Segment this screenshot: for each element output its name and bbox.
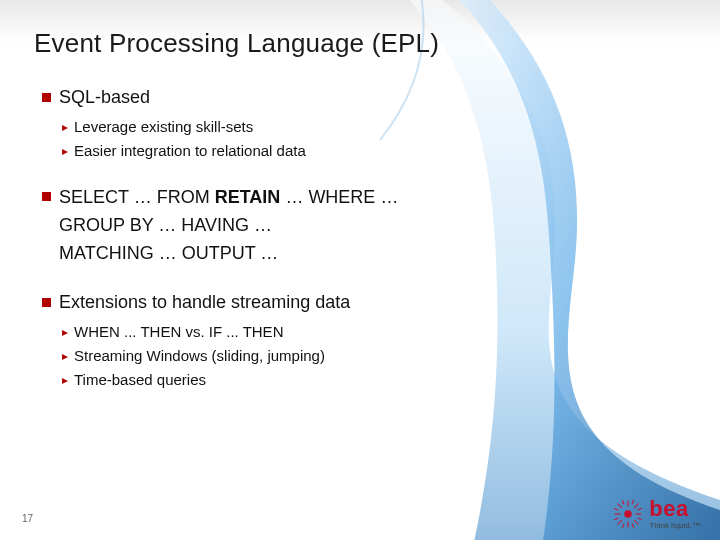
arrow-icon: ▸ [62,118,68,136]
arrow-icon: ▸ [62,371,68,389]
bullet-icon [42,192,51,201]
sub-bullet-text: Easier integration to relational data [74,142,306,159]
sub-bullet-text: Time-based queries [74,371,206,388]
bullet-icon [42,93,51,102]
sub-bullet: ▸ WHEN ... THEN vs. IF ... THEN [62,323,686,341]
sub-bullet: ▸ Time-based queries [62,371,686,389]
bullet-label: SQL-based [59,87,150,108]
syntax-block: SELECT … FROM RETAIN … WHERE …GROUP BY …… [59,184,398,268]
sub-bullet-text: Leverage existing skill-sets [74,118,253,135]
sub-bullet: ▸ Streaming Windows (sliding, jumping) [62,347,686,365]
arrow-icon: ▸ [62,142,68,160]
bullet-extensions: Extensions to handle streaming data [42,292,686,313]
sub-bullet-text: Streaming Windows (sliding, jumping) [74,347,325,364]
bullet-label: Extensions to handle streaming data [59,292,350,313]
arrow-icon: ▸ [62,347,68,365]
sub-bullet-text: WHEN ... THEN vs. IF ... THEN [74,323,283,340]
arrow-icon: ▸ [62,323,68,341]
sub-bullet: ▸ Leverage existing skill-sets [62,118,686,136]
bullet-syntax: SELECT … FROM RETAIN … WHERE …GROUP BY …… [42,184,686,268]
bullet-sql-based: SQL-based [42,87,686,108]
bullet-icon [42,298,51,307]
slide-title: Event Processing Language (EPL) [34,28,686,59]
sub-bullet: ▸ Easier integration to relational data [62,142,686,160]
